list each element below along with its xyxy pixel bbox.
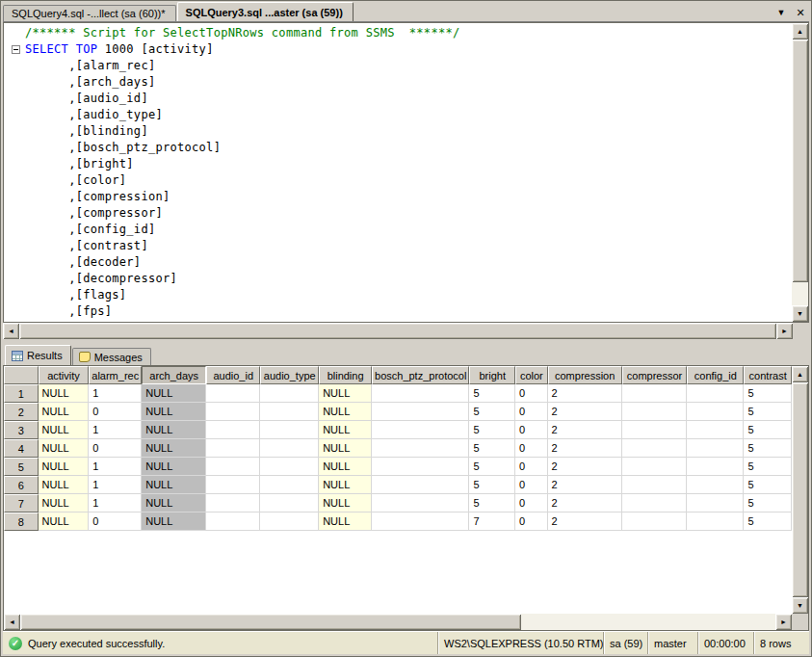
grid-cell[interactable] (372, 458, 469, 476)
grid-cell[interactable] (372, 476, 469, 494)
scroll-up-icon[interactable]: ▲ (792, 23, 808, 39)
grid-cell[interactable] (206, 494, 260, 512)
grid-cell[interactable]: 0 (515, 384, 548, 403)
column-header-contrast[interactable]: contrast (744, 366, 792, 384)
grid-cell[interactable]: 0 (515, 403, 548, 421)
results-scroll-right-icon[interactable]: ► (775, 614, 792, 630)
select-all-corner[interactable] (4, 366, 39, 384)
scroll-left-icon[interactable]: ◄ (3, 323, 19, 339)
sql-editor[interactable]: /****** Script for SelectTopNRows comman… (4, 23, 792, 322)
grid-cell[interactable]: NULL (39, 403, 90, 421)
tab-sqlquery4[interactable]: SQLQuery4.sql -...llect (sa (60))* (3, 5, 176, 21)
grid-cell[interactable]: NULL (142, 421, 206, 439)
grid-cell[interactable]: NULL (319, 403, 372, 421)
editor-hscroll-thumb[interactable] (19, 323, 776, 339)
column-header-blinding[interactable]: blinding (319, 366, 372, 384)
column-header-audio_type[interactable]: audio_type (260, 366, 319, 384)
grid-cell[interactable] (372, 512, 469, 531)
grid-cell[interactable]: 5 (744, 458, 792, 476)
grid-cell[interactable] (622, 439, 688, 458)
grid-cell[interactable] (206, 458, 260, 476)
results-scroll-up-icon[interactable]: ▲ (792, 366, 808, 382)
editor-horizontal-scrollbar[interactable]: ◄ ► (3, 323, 793, 339)
grid-cell[interactable] (260, 403, 319, 421)
grid-cell[interactable]: 5 (744, 439, 792, 458)
editor-vscroll-thumb[interactable] (792, 39, 808, 282)
column-header-alarm_rec[interactable]: alarm_rec (89, 366, 142, 384)
grid-cell[interactable]: NULL (39, 384, 90, 403)
grid-cell[interactable]: 5 (469, 439, 515, 458)
grid-cell[interactable]: NULL (39, 458, 90, 476)
grid-cell[interactable]: 1 (89, 476, 142, 494)
grid-cell[interactable] (687, 458, 744, 476)
grid-cell[interactable] (206, 384, 260, 403)
column-header-config_id[interactable]: config_id (687, 366, 744, 384)
grid-cell[interactable]: 0 (515, 439, 548, 458)
grid-cell[interactable] (687, 439, 744, 458)
grid-cell[interactable]: 1 (89, 421, 142, 439)
grid-cell[interactable]: 2 (548, 384, 622, 403)
grid-cell[interactable]: NULL (142, 439, 206, 458)
results-scroll-down-icon[interactable]: ▼ (792, 597, 808, 614)
grid-cell[interactable]: 2 (548, 494, 622, 512)
grid-cell[interactable]: NULL (142, 494, 206, 512)
grid-cell[interactable] (206, 421, 260, 439)
grid-cell[interactable]: 0 (515, 476, 548, 494)
grid-cell[interactable] (687, 384, 744, 403)
grid-cell[interactable]: 5 (469, 476, 515, 494)
close-tab-icon[interactable]: ✕ (794, 6, 807, 19)
grid-cell[interactable] (260, 458, 319, 476)
grid-cell[interactable]: 5 (744, 476, 792, 494)
grid-cell[interactable]: 0 (515, 512, 548, 531)
results-hscroll-thumb[interactable] (20, 614, 521, 630)
grid-cell[interactable] (260, 512, 319, 531)
results-vertical-scrollbar[interactable]: ▲ ▼ (792, 366, 808, 614)
results-scroll-left-icon[interactable]: ◄ (4, 614, 20, 630)
grid-cell[interactable]: 0 (89, 403, 142, 421)
grid-cell[interactable] (372, 403, 469, 421)
grid-cell[interactable] (622, 494, 688, 512)
grid-cell[interactable]: NULL (142, 512, 206, 531)
tab-messages[interactable]: Messages (72, 348, 151, 365)
column-header-bosch_ptz_protocol[interactable]: bosch_ptz_protocol (372, 366, 469, 384)
grid-cell[interactable] (622, 421, 688, 439)
grid-cell[interactable] (260, 494, 319, 512)
results-horizontal-scrollbar[interactable]: ◄ ► (4, 614, 792, 630)
grid-cell[interactable]: 2 (548, 439, 622, 458)
grid-cell[interactable] (260, 476, 319, 494)
grid-cell[interactable]: 2 (548, 476, 622, 494)
column-header-activity[interactable]: activity (39, 366, 90, 384)
tab-results[interactable]: Results (5, 345, 71, 365)
grid-cell[interactable] (622, 403, 688, 421)
grid-cell[interactable]: NULL (39, 494, 90, 512)
grid-cell[interactable]: 5 (744, 403, 792, 421)
grid-cell[interactable]: NULL (319, 512, 372, 531)
grid-cell[interactable]: 5 (469, 403, 515, 421)
fold-collapse-icon[interactable] (8, 41, 25, 58)
grid-cell[interactable]: NULL (142, 458, 206, 476)
grid-cell[interactable]: 5 (469, 494, 515, 512)
column-header-color[interactable]: color (515, 366, 548, 384)
row-header[interactable]: 5 (4, 458, 39, 476)
grid-cell[interactable] (687, 403, 744, 421)
grid-cell[interactable] (260, 421, 319, 439)
grid-cell[interactable] (687, 494, 744, 512)
grid-cell[interactable] (622, 476, 688, 494)
grid-cell[interactable]: 5 (469, 458, 515, 476)
grid-cell[interactable]: 7 (469, 512, 515, 531)
row-header[interactable]: 6 (4, 476, 39, 494)
grid-cell[interactable]: 0 (89, 512, 142, 531)
grid-cell[interactable]: 0 (515, 458, 548, 476)
scroll-down-icon[interactable]: ▼ (792, 305, 808, 322)
grid-cell[interactable]: NULL (319, 384, 372, 403)
grid-cell[interactable]: 2 (548, 403, 622, 421)
column-header-arch_days[interactable]: arch_days (142, 366, 206, 384)
grid-cell[interactable]: 0 (515, 494, 548, 512)
grid-cell[interactable]: 5 (744, 421, 792, 439)
grid-cell[interactable]: 5 (744, 494, 792, 512)
row-header[interactable]: 1 (4, 384, 39, 403)
grid-cell[interactable]: 5 (469, 384, 515, 403)
grid-cell[interactable]: 5 (744, 512, 792, 531)
grid-cell[interactable]: NULL (39, 439, 90, 458)
row-header[interactable]: 4 (4, 439, 39, 458)
